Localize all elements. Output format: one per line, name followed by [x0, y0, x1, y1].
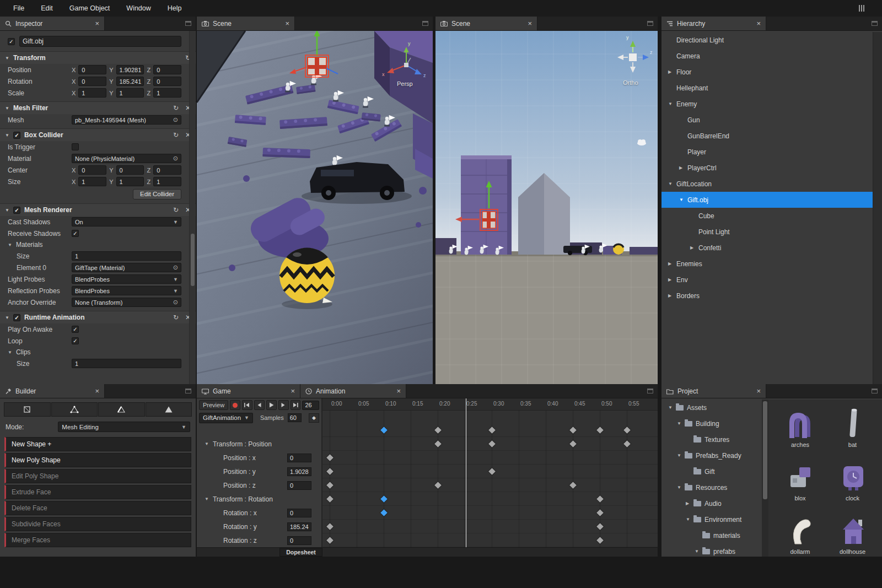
samples-field[interactable]: 60	[288, 413, 302, 422]
tree-item-audio[interactable]: ▶Audio	[662, 495, 762, 511]
play-on-awake-checkbox[interactable]: ✓	[72, 326, 79, 333]
property-group-row[interactable]: ▼Transform : Rotation	[197, 492, 321, 506]
reset-icon[interactable]: ↻	[173, 131, 179, 139]
close-icon[interactable]: ×	[291, 387, 295, 395]
tab-scene[interactable]: Scene ×	[197, 17, 295, 30]
next-key-button[interactable]	[278, 400, 289, 410]
keyframe-diamond[interactable]	[569, 427, 577, 434]
rotation-x-field[interactable]: 0	[78, 77, 106, 86]
position-y-field[interactable]: 1.90281	[116, 65, 144, 74]
keyframe-diamond[interactable]	[326, 454, 334, 461]
tree-item-prefabs[interactable]: ▼prefabs	[662, 543, 762, 557]
keyframe-diamond[interactable]	[434, 427, 442, 434]
tree-item-building[interactable]: ▼Building	[662, 416, 762, 431]
enabled-checkbox[interactable]: ✓	[8, 38, 15, 45]
property-row[interactable]: Rotation : x0	[197, 506, 321, 520]
tab-game[interactable]: Game ×	[197, 384, 300, 398]
tab-inspector[interactable]: Inspector ×	[0, 17, 105, 30]
tab-project[interactable]: Project ×	[662, 384, 766, 398]
rotation-z-field[interactable]: 0	[153, 77, 181, 86]
new-shape-button[interactable]: New Shape +	[4, 437, 191, 451]
maximize-icon[interactable]	[185, 21, 191, 26]
reflection-probes-dropdown[interactable]: BlendProbes▼	[72, 286, 181, 295]
menu-file[interactable]: File	[13, 4, 24, 12]
expand-arrow-icon[interactable]: ▶	[668, 69, 676, 74]
expand-arrow-icon[interactable]: ▶	[686, 501, 693, 506]
foldout-icon[interactable]: ▼	[5, 56, 9, 61]
expand-arrow-icon[interactable]: ▶	[668, 261, 676, 266]
foldout-icon[interactable]: ▼	[5, 208, 9, 213]
cast-shadows-dropdown[interactable]: On▼	[72, 217, 181, 226]
hierarchy-item-borders[interactable]: ▶Borders	[662, 288, 873, 304]
keyframe-diamond[interactable]	[488, 440, 496, 447]
hierarchy-item-giftlocation[interactable]: ▼GiftLocation	[662, 176, 873, 192]
property-value-field[interactable]: 0	[287, 509, 311, 517]
hierarchy-item-env[interactable]: ▶Env	[662, 272, 873, 288]
center-x-field[interactable]: 0	[78, 165, 106, 175]
light-probes-dropdown[interactable]: BlendProbes▼	[72, 274, 181, 284]
keyframe-diamond[interactable]	[326, 537, 334, 544]
hierarchy-item-player[interactable]: Player	[662, 144, 873, 160]
close-icon[interactable]: ×	[528, 20, 532, 27]
scene-viewport-persp[interactable]: y x z Persp	[197, 31, 433, 384]
expand-arrow-icon[interactable]: ▼	[695, 549, 702, 554]
reset-icon[interactable]: ↻	[173, 206, 179, 214]
timeline-track-row[interactable]	[322, 451, 658, 465]
size-y-field[interactable]: 1	[116, 177, 144, 186]
expand-arrow-icon[interactable]: ▼	[677, 453, 685, 458]
reset-icon[interactable]: ↻	[173, 314, 179, 321]
element0-field[interactable]: GiftTape (Material)⊙	[72, 263, 181, 272]
component-enabled-checkbox[interactable]: ✓	[13, 207, 20, 214]
close-icon[interactable]: ×	[95, 20, 99, 27]
tree-item-resources[interactable]: ▼Resources	[662, 479, 762, 495]
new-poly-shape-button[interactable]: New Poly Shape	[4, 453, 191, 467]
tree-item-materials[interactable]: materials	[662, 527, 762, 543]
edit-poly-shape-button[interactable]: Edit Poly Shape	[4, 469, 191, 483]
inspector-scrollbar[interactable]	[189, 31, 195, 384]
timeline-ruler[interactable]: 0:000:050:100:150:200:250:300:350:400:45…	[322, 398, 658, 411]
hierarchy-item-point-light[interactable]: Point Light	[662, 224, 873, 240]
timeline-track-row[interactable]	[322, 478, 658, 492]
edge-mode-button[interactable]	[98, 402, 145, 417]
keyframe-diamond[interactable]	[623, 440, 631, 447]
vertex-mode-button[interactable]	[51, 402, 98, 417]
play-button[interactable]	[266, 400, 277, 410]
window-controls-icon[interactable]	[859, 5, 867, 12]
tab-hierarchy[interactable]: Hierarchy ×	[662, 17, 766, 30]
timeline-track-row[interactable]	[322, 492, 658, 506]
mode-dropdown[interactable]: Mesh Editing▼	[58, 422, 190, 432]
object-picker-icon[interactable]: ⊙	[173, 155, 178, 162]
hierarchy-item-camera[interactable]: Camera	[662, 48, 873, 64]
hierarchy-item-gun[interactable]: Gun	[662, 112, 873, 128]
timeline-track-row[interactable]	[322, 533, 658, 547]
preview-toggle-button[interactable]: Preview	[199, 400, 228, 410]
asset-tile-bat[interactable]: bat	[829, 403, 876, 456]
position-z-field[interactable]: 0	[153, 65, 181, 74]
object-picker-icon[interactable]: ⊙	[173, 299, 178, 306]
rotation-y-field[interactable]: 185.241	[116, 77, 144, 86]
property-value-field[interactable]: 0	[287, 481, 311, 490]
hierarchy-item-floor[interactable]: ▶Floor	[662, 64, 873, 80]
hierarchy-item-gunbarrelend[interactable]: GunBarrelEnd	[662, 128, 873, 144]
object-picker-icon[interactable]: ⊙	[173, 116, 178, 123]
keyframe-diamond[interactable]	[569, 482, 577, 489]
menu-help[interactable]: Help	[168, 4, 182, 12]
hierarchy-item-enemy[interactable]: ▼Enemy	[662, 96, 873, 112]
keyframe-diamond[interactable]	[326, 482, 334, 489]
tree-item-assets[interactable]: ▼Assets	[662, 400, 762, 416]
face-mode-button[interactable]	[146, 402, 192, 417]
keyframe-diamond[interactable]	[326, 495, 334, 503]
tree-item-textures[interactable]: Textures	[662, 431, 762, 447]
expand-arrow-icon[interactable]: ▼	[668, 101, 676, 106]
maximize-icon[interactable]	[422, 21, 428, 26]
property-group-row[interactable]: ▼Transform : Position	[197, 437, 321, 451]
keyframe-diamond[interactable]	[623, 427, 631, 434]
keyframe-diamond[interactable]	[596, 509, 604, 516]
add-keyframe-button[interactable]: ◆	[309, 413, 319, 423]
keyframe-diamond[interactable]	[326, 523, 334, 530]
loop-checkbox[interactable]: ✓	[72, 337, 79, 344]
asset-tile-clock[interactable]: clock	[829, 456, 876, 510]
maximize-icon[interactable]	[872, 21, 878, 26]
hierarchy-item-gift-obj-selected[interactable]: ▼Gift.obj	[662, 192, 873, 208]
keyframe-diamond[interactable]	[380, 427, 388, 434]
